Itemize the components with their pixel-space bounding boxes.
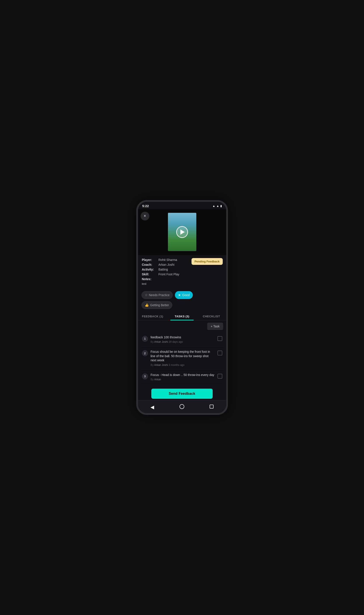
task-title-1: feedback 100 throwins xyxy=(151,335,215,340)
task-number-3: 3 xyxy=(142,373,148,379)
pending-badge: Pending Feedback xyxy=(192,258,223,265)
task-title-3: Focus - Head is down .. 50 throw-ins eve… xyxy=(151,373,215,377)
task-checkbox-3[interactable] xyxy=(218,374,222,378)
activity-row: Activity: Batting xyxy=(142,268,222,271)
rating-section: ☆ Needs Practice ★ Good 👍 Getting Better xyxy=(138,289,226,312)
home-icon xyxy=(180,404,184,409)
back-icon: ◀ xyxy=(150,404,154,410)
task-author-2: Arkan Joshi xyxy=(154,363,168,366)
notes-label: Notes: xyxy=(142,277,158,281)
wifi-icon: ▲ xyxy=(212,204,215,208)
thumbs-up-icon: 👍 xyxy=(145,303,149,307)
needs-practice-label: Needs Practice xyxy=(149,293,170,297)
task-number-2: 2 xyxy=(142,350,148,356)
video-section: × xyxy=(138,209,226,255)
task-title-2: Focus should be on keeping the front foo… xyxy=(151,350,215,363)
task-author-3: Arkan xyxy=(154,378,161,381)
task-meta-2: By Arkan Joshi 3 months ago xyxy=(151,363,215,366)
task-content-2: Focus should be on keeping the front foo… xyxy=(151,350,215,366)
getting-better-button[interactable]: 👍 Getting Better xyxy=(142,301,172,309)
task-time-2: 3 months ago xyxy=(169,363,184,366)
battery-icon: ▮ xyxy=(220,204,222,208)
tab-checklist[interactable]: CHECKLIST xyxy=(197,312,226,320)
skill-row: Skill: Front Foot Play xyxy=(142,273,222,276)
phone-inner: 5:22 ▲ ▲ ▮ × Pending Feedback Player: Ro… xyxy=(138,202,226,413)
play-button[interactable] xyxy=(176,226,188,238)
task-checkbox-2[interactable] xyxy=(218,350,222,355)
task-item: 2 Focus should be on keeping the front f… xyxy=(141,347,223,370)
status-icons: ▲ ▲ ▮ xyxy=(212,204,222,208)
send-feedback-overlay: Send Feedback xyxy=(138,386,226,400)
info-section: Pending Feedback Player: Rohit Sharma Co… xyxy=(138,255,226,289)
task-number-1: 1 xyxy=(142,336,148,342)
video-thumbnail xyxy=(168,213,196,251)
good-label: Good xyxy=(182,293,190,297)
send-feedback-button[interactable]: Send Feedback xyxy=(151,389,213,399)
star-filled-icon: ★ xyxy=(178,293,181,297)
nav-back-button[interactable]: ◀ xyxy=(146,404,158,411)
skill-label: Skill: xyxy=(142,273,158,276)
status-bar: 5:22 ▲ ▲ ▮ xyxy=(138,202,226,209)
tabs-section: FEEDBACK (1) TASKS (3) CHECKLIST xyxy=(138,312,226,321)
phone-frame: 5:22 ▲ ▲ ▮ × Pending Feedback Player: Ro… xyxy=(136,200,228,415)
nav-home-button[interactable] xyxy=(175,403,189,411)
task-content-1: feedback 100 throwins By Arkan Joshi 29 … xyxy=(151,335,215,344)
player-value: Rohit Sharma xyxy=(158,258,177,262)
play-icon xyxy=(180,229,185,235)
player-label: Player: xyxy=(142,258,158,262)
tab-tasks[interactable]: TASKS (3) xyxy=(167,312,197,320)
tasks-section: + Task 1 feedback 100 throwins By Arkan … xyxy=(138,321,226,387)
coach-label: Coach: xyxy=(142,263,158,266)
task-time-1: 29 days ago xyxy=(169,340,183,343)
task-content-3: Focus - Head is down .. 50 throw-ins eve… xyxy=(151,373,215,381)
good-button[interactable]: ★ Good xyxy=(175,291,193,299)
coach-value: Arkan Joshi xyxy=(158,263,174,266)
nav-square-button[interactable] xyxy=(205,404,218,410)
square-icon xyxy=(210,405,214,408)
close-button[interactable]: × xyxy=(141,212,149,221)
task-item: 3 Focus - Head is down .. 50 throw-ins e… xyxy=(141,370,223,384)
task-item: 1 feedback 100 throwins By Arkan Joshi 2… xyxy=(141,332,223,347)
task-meta-3: By Arkan xyxy=(151,378,215,381)
getting-better-label: Getting Better xyxy=(150,303,169,307)
star-icon: ☆ xyxy=(145,293,148,297)
task-author-1: Arkan Joshi xyxy=(154,340,168,343)
skill-value: Front Foot Play xyxy=(158,273,180,276)
status-time: 5:22 xyxy=(142,204,149,208)
task-list: 1 feedback 100 throwins By Arkan Joshi 2… xyxy=(141,332,223,384)
notes-row: Notes: xyxy=(142,277,222,281)
nav-bar: ◀ xyxy=(138,400,226,413)
signal-icon: ▲ xyxy=(216,204,219,208)
notes-value: test xyxy=(142,282,222,285)
task-checkbox-1[interactable] xyxy=(218,336,222,341)
add-task-button[interactable]: + Task xyxy=(207,322,223,330)
tab-feedback[interactable]: FEEDBACK (1) xyxy=(138,312,168,320)
task-meta-1: By Arkan Joshi 29 days ago xyxy=(151,340,215,343)
needs-practice-button[interactable]: ☆ Needs Practice xyxy=(142,291,173,299)
activity-label: Activity: xyxy=(142,268,158,271)
activity-value: Batting xyxy=(158,268,168,271)
